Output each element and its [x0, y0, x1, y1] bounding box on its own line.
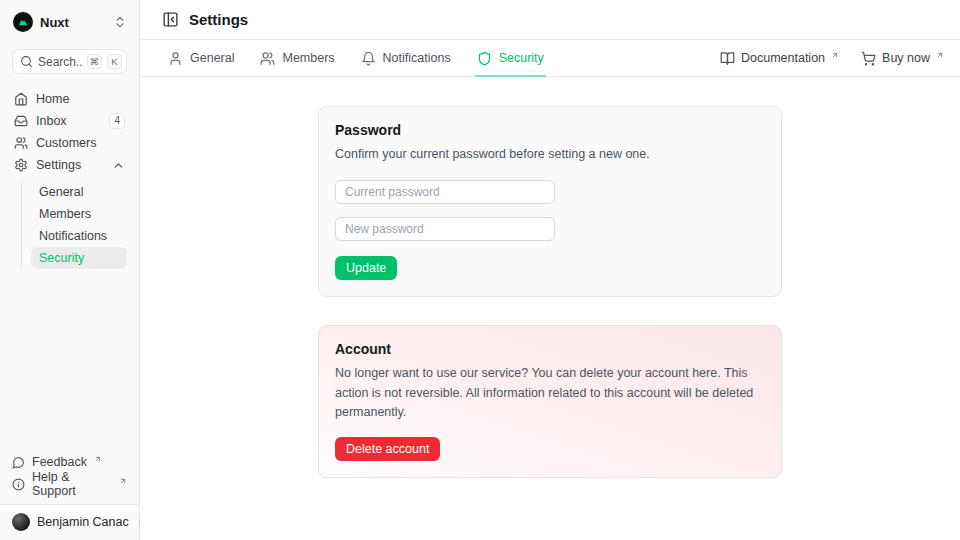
sidebar-subitem-label: Notifications	[39, 229, 107, 243]
account-card-title: Account	[335, 341, 765, 357]
tab-label: Notifications	[383, 51, 451, 65]
kbd-k: K	[107, 54, 122, 69]
sidebar-nav: Home Inbox 4 Customers Settings General	[0, 74, 139, 269]
user-menu[interactable]: Benjamin Canac	[0, 504, 139, 540]
tab-security[interactable]: Security	[477, 40, 544, 76]
sidebar-subitem-label: Security	[39, 251, 84, 265]
tab-label: General	[190, 51, 234, 65]
inbox-icon	[14, 114, 28, 128]
workspace-name: Nuxt	[40, 15, 106, 30]
users-icon	[14, 136, 28, 150]
app-window: Nuxt Search... ⌘ K Home Inbox 4	[0, 0, 960, 540]
sidebar-item-home[interactable]: Home	[12, 88, 127, 110]
user-name: Benjamin Canac	[37, 515, 129, 529]
avatar	[12, 513, 30, 531]
header-actions: Documentation Buy now	[720, 51, 944, 66]
external-link-icon	[831, 51, 839, 59]
sidebar-subitem-members[interactable]: Members	[31, 203, 127, 225]
tab-general[interactable]: General	[168, 40, 234, 76]
inbox-count-badge: 4	[109, 113, 125, 129]
user-icon	[168, 51, 183, 66]
kbd-cmd: ⌘	[87, 54, 103, 69]
sidebar-subitem-security[interactable]: Security	[31, 247, 127, 269]
users-icon	[260, 51, 275, 66]
action-label: Buy now	[882, 51, 930, 65]
update-password-button[interactable]: Update	[335, 256, 397, 280]
sidebar-subitem-general[interactable]: General	[31, 181, 127, 203]
sidebar-item-label: Help & Support	[32, 470, 112, 498]
sidebar-subitem-label: Members	[39, 207, 91, 221]
shield-icon	[477, 51, 492, 66]
sidebar-subitem-notifications[interactable]: Notifications	[31, 225, 127, 247]
external-link-icon	[94, 455, 102, 463]
home-icon	[14, 92, 28, 106]
search-icon	[20, 55, 33, 68]
sidebar-item-label: Feedback	[32, 455, 87, 469]
tab-label: Security	[499, 51, 544, 65]
sidebar-item-settings[interactable]: Settings	[12, 154, 127, 176]
page-title: Settings	[189, 11, 248, 28]
chevron-up-down-icon	[113, 15, 127, 29]
sidebar-item-customers[interactable]: Customers	[12, 132, 127, 154]
sidebar-item-label: Home	[36, 92, 69, 106]
password-card-description: Confirm your current password before set…	[335, 145, 765, 164]
tab-bar: General Members Notifications Security D…	[140, 40, 960, 77]
workspace-selector[interactable]: Nuxt	[12, 10, 127, 32]
settings-security-content: Password Confirm your current password b…	[140, 77, 960, 540]
search-placeholder: Search...	[38, 55, 82, 69]
nuxt-logo-icon	[13, 12, 33, 32]
sidebar-item-label: Inbox	[36, 114, 67, 128]
sidebar-spacer	[0, 269, 139, 451]
buy-now-link[interactable]: Buy now	[861, 51, 944, 66]
external-link-icon	[936, 51, 944, 59]
settings-submenu: General Members Notifications Security	[21, 181, 127, 269]
sidebar-item-label: Customers	[36, 136, 96, 150]
new-password-field[interactable]	[335, 217, 555, 241]
sidebar-item-help-support[interactable]: Help & Support	[12, 473, 127, 495]
sidebar-item-inbox[interactable]: Inbox 4	[12, 110, 127, 132]
panel-left-collapse-icon[interactable]	[162, 11, 179, 28]
chat-bubble-icon	[12, 456, 25, 469]
search-input[interactable]: Search... ⌘ K	[12, 49, 127, 74]
sidebar: Nuxt Search... ⌘ K Home Inbox 4	[0, 0, 140, 540]
book-open-icon	[720, 51, 735, 66]
shopping-cart-icon	[861, 51, 876, 66]
account-card-description: No longer want to use our service? You c…	[335, 364, 765, 422]
sidebar-subitem-label: General	[39, 185, 83, 199]
tab-label: Members	[282, 51, 334, 65]
external-link-icon	[119, 477, 127, 485]
bell-icon	[361, 51, 376, 66]
password-card: Password Confirm your current password b…	[318, 106, 782, 297]
tab-members[interactable]: Members	[260, 40, 334, 76]
account-danger-card: Account No longer want to use our servic…	[318, 325, 782, 477]
sidebar-item-label: Settings	[36, 158, 81, 172]
main-area: Settings General Members Notifications S…	[140, 0, 960, 540]
chevron-up-icon	[112, 159, 125, 172]
current-password-field[interactable]	[335, 180, 555, 204]
delete-account-button[interactable]: Delete account	[335, 437, 440, 461]
info-icon	[12, 478, 25, 491]
documentation-link[interactable]: Documentation	[720, 51, 839, 66]
gear-icon	[14, 158, 28, 172]
action-label: Documentation	[741, 51, 825, 65]
tab-notifications[interactable]: Notifications	[361, 40, 451, 76]
page-header: Settings	[140, 0, 960, 40]
password-card-title: Password	[335, 122, 765, 138]
